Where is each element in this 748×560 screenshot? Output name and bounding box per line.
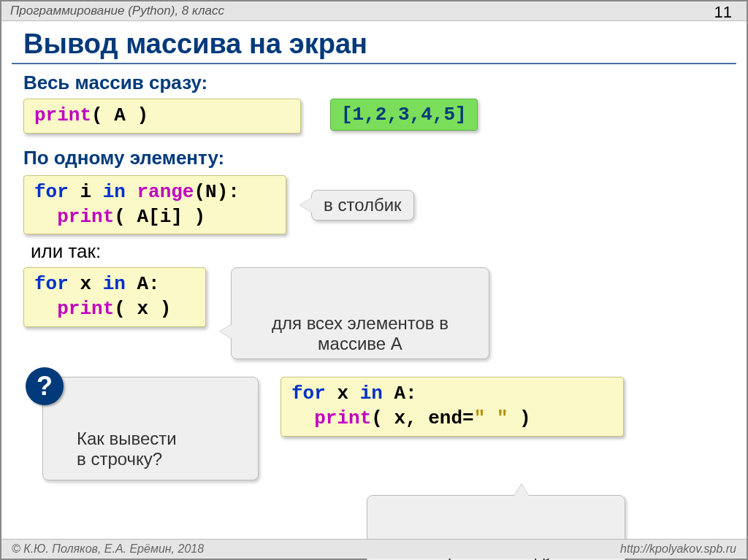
- page-number: 11: [714, 3, 732, 22]
- paren-close: ): [148, 298, 171, 320]
- section2-heading: По одному элементу:: [23, 147, 725, 169]
- kw-for: for: [34, 181, 69, 203]
- slide-title: Вывод массива на экран: [23, 28, 747, 60]
- code-for-each: for x in A: print( x ): [23, 267, 206, 327]
- kw-print: print: [57, 298, 114, 320]
- var-A: A: [114, 104, 126, 126]
- row-foreach: for x in A: print( x ) для всех элементо…: [23, 267, 725, 359]
- var-x: x: [326, 383, 360, 404]
- kw-print: print: [34, 104, 91, 126]
- footer-bar: © К.Ю. Поляков, Е.А. Ерёмин, 2018 http:/…: [1, 539, 747, 559]
- question-icon: ?: [26, 367, 64, 405]
- question-row: ? Как вывести в строчку? for x in A: pri…: [23, 377, 725, 480]
- kw-print: print: [57, 206, 114, 228]
- output-box: [1,2,3,4,5]: [330, 99, 478, 131]
- slide: Программирование (Python), 8 класс 11 Вы…: [0, 0, 748, 560]
- paren-open: (: [91, 104, 114, 126]
- var-A: A:: [383, 383, 417, 404]
- kw-in: in: [103, 181, 126, 203]
- callout-text: для всех элементов в массиве A: [272, 313, 449, 353]
- var-A: A:: [126, 273, 160, 295]
- code-print-whole: print( A ): [23, 99, 301, 134]
- range-args: (N):: [194, 181, 239, 203]
- footer-url: http://kpolyakov.spb.ru: [620, 542, 736, 556]
- copyright: © К.Ю. Поляков, Е.А. Ерёмин, 2018: [12, 542, 204, 556]
- question-text: Как вывести в строчку?: [77, 429, 177, 469]
- callout-foreach: для всех элементов в массиве A: [231, 267, 489, 359]
- string-space: " ": [474, 407, 508, 429]
- fn-range: range: [137, 181, 194, 203]
- row-whole-array: print( A ) [1,2,3,4,5]: [23, 99, 725, 134]
- top-bar: Программирование (Python), 8 класс: [1, 1, 747, 21]
- callout-tail-icon: [514, 484, 529, 496]
- callout-tail-icon: [300, 198, 312, 212]
- arg-x-end: x, end=: [394, 407, 473, 429]
- kw-in: in: [360, 383, 383, 404]
- var-x: x: [69, 273, 103, 295]
- kw-for: for: [34, 273, 69, 295]
- or-label: или так:: [31, 240, 725, 263]
- code-inline-print: for x in A: print( x, end=" " ): [280, 377, 624, 437]
- paren-open: (: [114, 206, 137, 228]
- code-for-index: for i in range(N): print( A[i] ): [23, 175, 286, 235]
- var-i: i: [69, 181, 103, 203]
- paren-close: ): [508, 407, 530, 429]
- kw-print: print: [314, 407, 371, 429]
- arg-ai: A[i]: [137, 206, 182, 228]
- callout-column: в столбик: [311, 190, 414, 220]
- callout-text: в столбик: [324, 195, 402, 215]
- course-label: Программирование (Python), 8 класс: [10, 4, 224, 18]
- kw-for: for: [291, 383, 326, 404]
- content: Весь массив сразу: print( A ) [1,2,3,4,5…: [1, 72, 747, 560]
- arg-x: x: [137, 298, 148, 320]
- section1-heading: Весь массив сразу:: [23, 72, 725, 94]
- paren-open: (: [114, 298, 137, 320]
- space: [126, 181, 137, 203]
- kw-in: in: [103, 273, 126, 295]
- paren-close: ): [183, 206, 205, 228]
- title-rule: [12, 63, 736, 64]
- paren-open: (: [371, 407, 394, 429]
- callout-tail-icon: [220, 324, 232, 339]
- paren-close: ): [126, 104, 148, 126]
- question-box: ? Как вывести в строчку?: [42, 377, 259, 480]
- row-per-element: for i in range(N): print( A[i] ) в столб…: [23, 175, 725, 235]
